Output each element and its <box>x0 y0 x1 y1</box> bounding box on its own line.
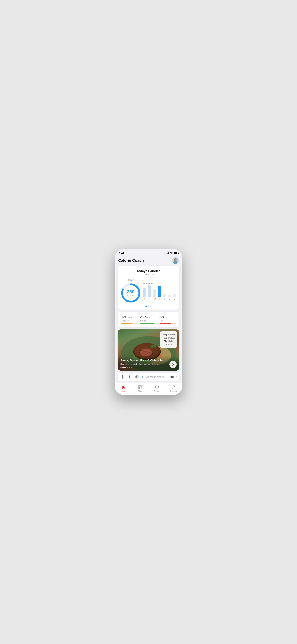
donut-chart: 230 Kcal left <box>120 282 141 303</box>
nav-home[interactable]: Home <box>115 384 132 393</box>
svg-point-28 <box>173 386 174 387</box>
ai-placeholder: Add foods with AI... <box>145 376 168 378</box>
fats-total: /125 <box>164 316 168 319</box>
recipes-label: Recipes <box>154 390 160 392</box>
avatar[interactable] <box>172 257 179 264</box>
week-label: This week <box>143 282 177 285</box>
carbs-total: /400 <box>146 316 151 319</box>
calories-title: Todays Calories <box>120 269 177 273</box>
bar <box>168 294 171 297</box>
ai-input-bar[interactable]: ✦ Add foods with AI... <box>118 373 180 381</box>
calories-name: Calories <box>168 333 175 336</box>
dot[interactable] <box>150 306 152 307</box>
fats-amount: 12g <box>162 343 167 346</box>
nutrition-row: 235g Calories <box>162 333 175 336</box>
kcal-value: 230 <box>127 290 134 294</box>
recipe-card[interactable]: 235g Calories 55g Proteins 78g Carbs 12g… <box>118 329 180 371</box>
bar-item: T <box>148 285 152 300</box>
pagination-dots <box>120 306 177 307</box>
fats-value: 88 <box>160 315 164 319</box>
carbs-amount: 78g <box>162 340 167 343</box>
recipe-next-button[interactable] <box>170 361 177 368</box>
carbs-value: 325 <box>140 315 146 319</box>
recipe-dot[interactable] <box>131 367 132 368</box>
bar-item: W <box>153 285 157 300</box>
recipe-dot[interactable] <box>120 367 122 368</box>
nutrition-row: 12g Fats <box>162 343 175 346</box>
recipe-dot[interactable] <box>129 367 130 368</box>
diary-icon <box>138 385 142 390</box>
recipe-description: Savor the exquisite flavors of our steak… <box>120 363 177 365</box>
recipe-dot[interactable] <box>127 367 128 368</box>
week-bars: M T <box>143 286 177 300</box>
svg-point-16 <box>153 344 156 347</box>
bar <box>148 285 151 297</box>
proteins-total: /180 <box>128 316 132 319</box>
calories-card: Todays Calories 1,300 Kcal Today 2 <box>118 266 180 310</box>
ai-spark-icon: ✦ <box>142 376 144 379</box>
bar <box>143 288 146 297</box>
bar-item: S <box>168 285 172 300</box>
nutrition-badge: 235g Calories 55g Proteins 78g Carbs 12g… <box>160 331 177 348</box>
fats-name: Fats <box>168 343 172 346</box>
home-label: Home <box>121 390 126 392</box>
gallery-button[interactable] <box>134 374 139 379</box>
calories-amount: 235g <box>162 333 167 336</box>
recipes-icon <box>155 385 159 390</box>
bottom-nav: Home Diary <box>115 383 182 395</box>
recipe-title: Steak, Spiced Rice & Chimichuri <box>120 359 177 362</box>
carbs-bar-fill <box>140 323 154 324</box>
add-button[interactable] <box>120 374 125 379</box>
svg-point-23 <box>136 376 137 377</box>
home-icon <box>121 385 126 390</box>
proteins-name: Proteins <box>168 336 175 340</box>
nutrition-row: 78g Carbs <box>162 340 175 343</box>
nav-personal[interactable]: Personal <box>166 384 182 393</box>
today-section: Today 230 Kcal left <box>120 279 141 303</box>
proteins-label: Proteins <box>121 320 138 322</box>
ai-input-field[interactable]: ✦ Add foods with AI... <box>142 376 168 379</box>
proteins-value: 120 <box>121 315 128 319</box>
proteins-bar-fill <box>121 323 132 324</box>
nav-recipes[interactable]: Recipes <box>148 384 166 393</box>
bar <box>163 294 166 297</box>
status-time: 9:41 <box>119 252 124 254</box>
macro-fats: 88/125 Fats <box>160 315 176 324</box>
carbs-label: Carbs <box>140 320 156 322</box>
calories-subtitle: 1,300 Kcal <box>120 273 177 276</box>
svg-point-15 <box>150 345 154 348</box>
dot[interactable] <box>148 306 149 307</box>
personal-icon <box>172 385 176 390</box>
macro-proteins: 120/180 Proteins <box>121 315 138 324</box>
status-icons <box>166 252 178 254</box>
macros-card: 120/180 Proteins 325/400 Carbs <box>118 312 180 327</box>
bar-today <box>158 286 161 297</box>
recipe-dot-active[interactable] <box>122 367 126 368</box>
camera-button[interactable] <box>127 374 132 379</box>
svg-rect-24 <box>138 386 142 389</box>
fats-label: Fats <box>160 320 176 322</box>
macro-carbs: 325/400 Carbs <box>140 315 156 324</box>
recipe-pagination <box>120 367 177 368</box>
nutrition-row: 55g Proteins <box>162 336 175 340</box>
waveform-icon[interactable] <box>170 375 177 379</box>
fats-bar-bg <box>160 323 176 324</box>
signal-icon <box>166 252 169 254</box>
wifi-icon <box>170 252 173 254</box>
nav-diary[interactable]: Diary <box>132 384 149 393</box>
today-label: Today <box>128 279 134 281</box>
dot-active[interactable] <box>146 306 147 307</box>
app-header: Calorie Coach <box>115 256 182 266</box>
bar <box>153 289 156 297</box>
kcal-label: Kcal left <box>127 294 134 296</box>
week-section: This week M <box>143 282 177 300</box>
bar-item: M <box>143 285 147 300</box>
bar-item: S <box>173 285 177 300</box>
personal-label: Personal <box>170 390 177 392</box>
svg-point-21 <box>129 376 130 378</box>
carbs-name: Carbs <box>168 340 173 343</box>
proteins-bar-bg <box>121 323 138 324</box>
diary-label: Diary <box>138 390 142 392</box>
status-bar: 9:41 <box>115 249 182 256</box>
app-title: Calorie Coach <box>118 258 144 263</box>
